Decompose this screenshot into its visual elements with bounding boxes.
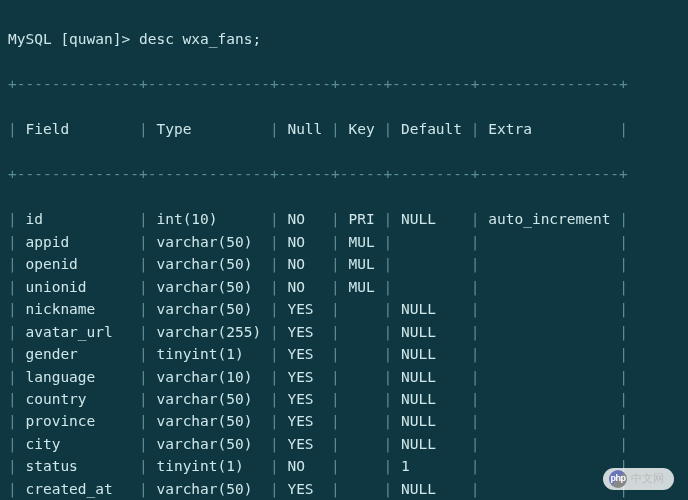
cell-type: int(10) bbox=[156, 211, 261, 227]
cell-type: varchar(255) bbox=[156, 324, 261, 340]
cell-field: nickname bbox=[25, 301, 130, 317]
cell-type: varchar(50) bbox=[156, 256, 261, 272]
cell-null: NO bbox=[287, 279, 322, 295]
cell-key: MUL bbox=[349, 234, 375, 250]
cell-field: gender bbox=[25, 346, 130, 362]
cell-type: varchar(50) bbox=[156, 391, 261, 407]
cell-key: MUL bbox=[349, 279, 375, 295]
sql-command: desc wxa_fans; bbox=[139, 31, 261, 47]
prompt-line[interactable]: MySQL [quwan]> desc wxa_fans; bbox=[8, 28, 680, 50]
cell-extra bbox=[488, 436, 610, 452]
cell-type: varchar(50) bbox=[156, 279, 261, 295]
cell-default: NULL bbox=[401, 211, 462, 227]
cell-null: YES bbox=[287, 346, 322, 362]
cell-type: varchar(50) bbox=[156, 301, 261, 317]
cell-extra bbox=[488, 346, 610, 362]
cell-field: openid bbox=[25, 256, 130, 272]
cell-extra bbox=[488, 391, 610, 407]
col-field: Field bbox=[25, 121, 130, 137]
table-row: | id | int(10) | NO | PRI | NULL | auto_… bbox=[8, 208, 680, 230]
cell-extra bbox=[488, 301, 610, 317]
cell-type: tinyint(1) bbox=[156, 346, 261, 362]
cell-default bbox=[401, 234, 462, 250]
cell-field: id bbox=[25, 211, 130, 227]
cell-type: varchar(50) bbox=[156, 413, 261, 429]
cell-type: varchar(50) bbox=[156, 234, 261, 250]
cell-key bbox=[349, 413, 375, 429]
cell-field: status bbox=[25, 458, 130, 474]
cell-default: NULL bbox=[401, 481, 462, 497]
watermark-text: 中文网 bbox=[631, 470, 664, 487]
cell-null: YES bbox=[287, 369, 322, 385]
cell-field: country bbox=[25, 391, 130, 407]
table-row: | nickname | varchar(50) | YES | | NULL … bbox=[8, 298, 680, 320]
cell-default: NULL bbox=[401, 301, 462, 317]
cell-null: NO bbox=[287, 458, 322, 474]
cell-extra bbox=[488, 458, 610, 474]
cell-default: NULL bbox=[401, 391, 462, 407]
cell-extra bbox=[488, 413, 610, 429]
cell-default: NULL bbox=[401, 324, 462, 340]
cell-type: varchar(50) bbox=[156, 481, 261, 497]
table-row: | language | varchar(10) | YES | | NULL … bbox=[8, 366, 680, 388]
cell-null: NO bbox=[287, 211, 322, 227]
cell-field: avatar_url bbox=[25, 324, 130, 340]
cell-field: unionid bbox=[25, 279, 130, 295]
cell-extra bbox=[488, 481, 610, 497]
table-row: | status | tinyint(1) | NO | | 1 | | bbox=[8, 455, 680, 477]
cell-type: varchar(50) bbox=[156, 436, 261, 452]
cell-extra bbox=[488, 279, 610, 295]
terminal-output: MySQL [quwan]> desc wxa_fans; +---------… bbox=[0, 0, 688, 500]
cell-key bbox=[349, 324, 375, 340]
cell-null: NO bbox=[287, 234, 322, 250]
cell-key bbox=[349, 369, 375, 385]
table-row: | created_at | varchar(50) | YES | | NUL… bbox=[8, 478, 680, 500]
cell-null: YES bbox=[287, 436, 322, 452]
cell-key: PRI bbox=[349, 211, 375, 227]
cell-null: YES bbox=[287, 301, 322, 317]
table-row: | unionid | varchar(50) | NO | MUL | | | bbox=[8, 276, 680, 298]
cell-null: YES bbox=[287, 413, 322, 429]
table-row: | openid | varchar(50) | NO | MUL | | | bbox=[8, 253, 680, 275]
cell-null: YES bbox=[287, 324, 322, 340]
cell-null: YES bbox=[287, 481, 322, 497]
cell-default: NULL bbox=[401, 413, 462, 429]
cell-default: 1 bbox=[401, 458, 462, 474]
cell-default bbox=[401, 256, 462, 272]
col-default: Default bbox=[401, 121, 462, 137]
cell-type: tinyint(1) bbox=[156, 458, 261, 474]
cell-default: NULL bbox=[401, 369, 462, 385]
table-row: | appid | varchar(50) | NO | MUL | | | bbox=[8, 231, 680, 253]
cell-key: MUL bbox=[349, 256, 375, 272]
table-row: | province | varchar(50) | YES | | NULL … bbox=[8, 410, 680, 432]
cell-field: language bbox=[25, 369, 130, 385]
prompt-db: [quwan] bbox=[60, 31, 121, 47]
col-null: Null bbox=[287, 121, 322, 137]
table-border-top: +--------------+--------------+------+--… bbox=[8, 73, 680, 95]
table-row: | avatar_url | varchar(255) | YES | | NU… bbox=[8, 321, 680, 343]
col-type: Type bbox=[156, 121, 261, 137]
col-extra: Extra bbox=[488, 121, 610, 137]
cell-field: created_at bbox=[25, 481, 130, 497]
php-logo-icon: php bbox=[609, 470, 627, 488]
cell-field: province bbox=[25, 413, 130, 429]
cell-default: NULL bbox=[401, 346, 462, 362]
cell-key bbox=[349, 301, 375, 317]
cell-null: NO bbox=[287, 256, 322, 272]
table-row: | city | varchar(50) | YES | | NULL | | bbox=[8, 433, 680, 455]
table-header-row: | Field | Type | Null | Key | Default | … bbox=[8, 118, 680, 140]
cell-default bbox=[401, 279, 462, 295]
table-row: | gender | tinyint(1) | YES | | NULL | | bbox=[8, 343, 680, 365]
cell-field: city bbox=[25, 436, 130, 452]
prompt-engine: MySQL bbox=[8, 31, 52, 47]
cell-extra: auto_increment bbox=[488, 211, 610, 227]
cell-key bbox=[349, 391, 375, 407]
cell-type: varchar(10) bbox=[156, 369, 261, 385]
cell-null: YES bbox=[287, 391, 322, 407]
cell-extra bbox=[488, 234, 610, 250]
cell-key bbox=[349, 436, 375, 452]
table-border-hdr: +--------------+--------------+------+--… bbox=[8, 163, 680, 185]
cell-key bbox=[349, 481, 375, 497]
cell-extra bbox=[488, 256, 610, 272]
cell-field: appid bbox=[25, 234, 130, 250]
